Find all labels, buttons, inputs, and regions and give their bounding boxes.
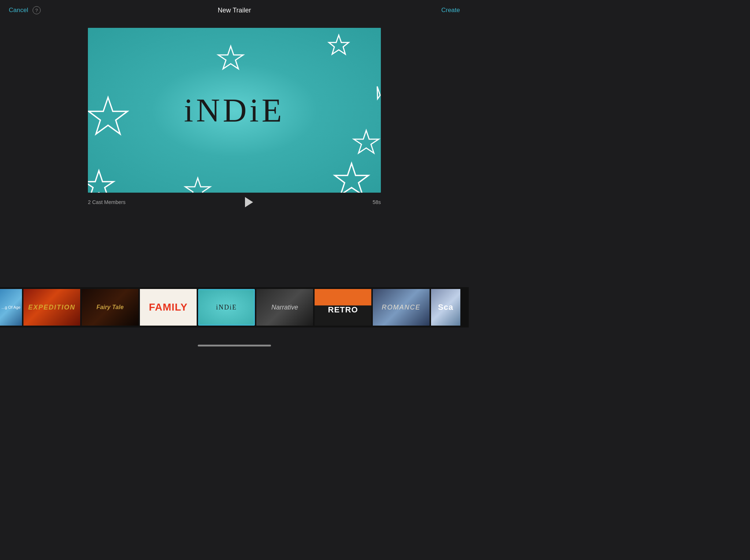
- page-title: New Trailer: [218, 7, 251, 14]
- thumb-romance[interactable]: ROMANCE: [373, 289, 430, 326]
- help-icon[interactable]: ?: [33, 6, 41, 14]
- controls-bar: 2 Cast Members 58s: [88, 193, 381, 212]
- thumb-label: Sca: [438, 303, 453, 312]
- thumb-label: RETRO: [328, 305, 358, 315]
- header-left: Cancel ?: [9, 6, 41, 14]
- svg-marker-8: [377, 86, 380, 99]
- thumb-retro-inner: RETRO: [315, 289, 371, 326]
- thumb-family[interactable]: FAMILY: [140, 289, 197, 326]
- duration-label: 58s: [372, 199, 381, 205]
- thumb-label: Fairy Tale: [96, 304, 123, 311]
- thumb-narrative[interactable]: Narrative: [256, 289, 313, 326]
- svg-marker-5: [218, 46, 243, 69]
- thumb-label: ...g Of Age: [0, 304, 22, 311]
- thumb-indie[interactable]: iNDiE: [198, 289, 255, 326]
- thumb-label: Narrative: [271, 304, 298, 311]
- cancel-button[interactable]: Cancel: [9, 7, 28, 14]
- retro-orange-bar: [315, 289, 371, 305]
- preview-area: iNDiE 2 Cast Members 58s: [0, 21, 469, 212]
- thumb-label: EXPEDITION: [28, 304, 75, 311]
- header: Cancel ? New Trailer Create: [0, 0, 469, 21]
- thumbnail-strip: ...g Of Age EXPEDITION Fairy Tale FAMILY…: [0, 287, 469, 327]
- thumb-label: FAMILY: [149, 301, 188, 313]
- bottom-indicator: [198, 345, 271, 346]
- thumb-expedition[interactable]: EXPEDITION: [23, 289, 80, 326]
- svg-marker-0: [329, 35, 349, 54]
- svg-marker-2: [89, 97, 127, 134]
- thumb-retro[interactable]: RETRO: [315, 289, 371, 326]
- indie-title-text: iNDiE: [184, 92, 285, 129]
- thumb-coming-of-age[interactable]: ...g Of Age: [0, 289, 22, 326]
- thumb-label: iNDiE: [216, 304, 237, 311]
- cast-members-label: 2 Cast Members: [88, 199, 126, 205]
- svg-marker-3: [88, 171, 114, 193]
- video-preview: iNDiE: [88, 28, 381, 193]
- svg-marker-7: [335, 163, 368, 193]
- play-button[interactable]: [245, 197, 253, 207]
- thumb-sca[interactable]: Sca: [431, 289, 460, 326]
- svg-marker-6: [354, 130, 379, 153]
- svg-marker-4: [185, 178, 210, 193]
- create-button[interactable]: Create: [441, 7, 460, 14]
- thumb-label: ROMANCE: [382, 304, 420, 311]
- thumb-fairy-tale[interactable]: Fairy Tale: [82, 289, 138, 326]
